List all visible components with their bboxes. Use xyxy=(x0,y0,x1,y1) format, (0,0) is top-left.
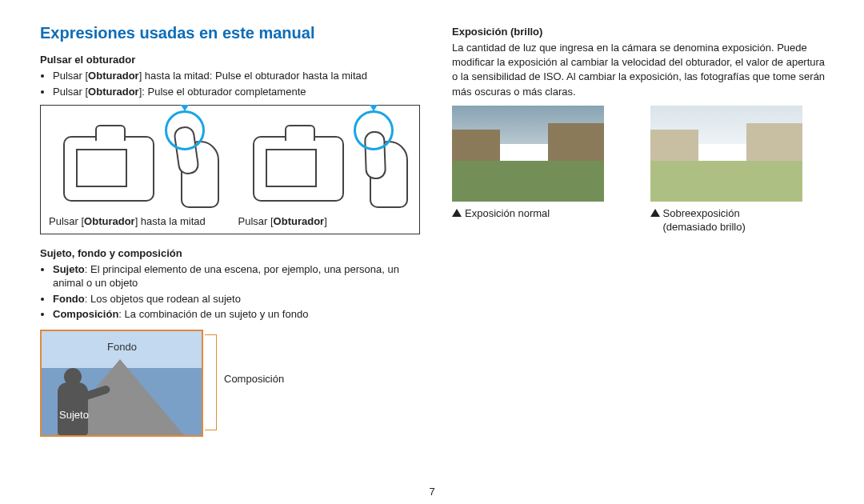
subheading-shutter: Pulsar el obturador xyxy=(40,54,420,66)
photo-river-icon xyxy=(650,161,802,201)
camera-screen-icon xyxy=(76,149,127,187)
triangle-up-icon xyxy=(452,209,462,217)
camera-body-icon xyxy=(253,136,344,202)
photo-normal-cell: Exposición normal xyxy=(452,106,634,234)
exposure-photo-row: Exposición normal Sobreexposición (demas… xyxy=(452,106,832,234)
page: Expresiones usadas en este manual Pulsar… xyxy=(0,0,864,453)
text: : El principal elemento de una escena, p… xyxy=(53,263,399,290)
text: ] hasta la mitad: Pulse el obturador has… xyxy=(139,70,367,82)
camera-caption: Pulsar [Obturador] hasta la mitad xyxy=(49,214,222,229)
bullet-item: Pulsar [Obturador]: Pulse el obturador c… xyxy=(53,85,420,99)
camera-viewfinder-icon xyxy=(285,125,315,141)
text: ] hasta la mitad xyxy=(135,215,206,227)
text: : Los objetos que rodean al sujeto xyxy=(85,293,241,305)
text-bold: Obturador xyxy=(274,215,325,227)
text-bold: Obturador xyxy=(88,86,139,98)
camera-full-press-illustration xyxy=(238,114,412,210)
bracket-icon xyxy=(205,334,217,430)
text: Pulsar [ xyxy=(53,86,88,98)
camera-half-press-cell: Pulsar [Obturador] hasta la mitad xyxy=(49,114,222,229)
text: Pulsar [ xyxy=(53,70,88,82)
camera-illustration-row: Pulsar [Obturador] hasta la mitad P xyxy=(40,105,420,234)
camera-viewfinder-icon xyxy=(95,125,126,141)
text: ] xyxy=(324,215,327,227)
composition-illustration: Fondo Sujeto Composición xyxy=(40,330,296,437)
arrow-down-icon xyxy=(181,105,189,111)
triangle-up-icon xyxy=(650,209,660,217)
photo-overexposed-cell: Sobreexposición (demasiado brillo) xyxy=(650,106,833,234)
camera-full-press-cell: Pulsar [Obturador] xyxy=(238,114,412,229)
press-highlight-icon xyxy=(354,110,394,150)
text: Pulsar [ xyxy=(49,215,84,227)
composition-bullets: Sujeto: El principal elemento de una esc… xyxy=(40,262,420,322)
text: ]: Pulse el obturador completamente xyxy=(139,86,306,98)
text-bold: Obturador xyxy=(84,215,135,227)
label-fondo: Fondo xyxy=(107,341,137,353)
photo-caption: Exposición normal xyxy=(452,206,634,221)
text-line: Sobreexposición xyxy=(663,207,740,219)
press-highlight-icon xyxy=(165,110,205,150)
camera-body-icon xyxy=(63,136,154,202)
text-bold: Composición xyxy=(53,308,118,320)
text: Pulsar [ xyxy=(238,215,274,227)
label-composicion: Composición xyxy=(224,373,284,385)
arrow-down-icon xyxy=(370,105,378,111)
bullet-item: Fondo: Los objetos que rodean al sujeto xyxy=(53,292,420,306)
text: : La combinación de un sujeto y un fondo xyxy=(118,308,308,320)
text-bold: Sujeto xyxy=(53,263,85,275)
photo-normal-exposure xyxy=(452,106,604,202)
photo-overexposed xyxy=(650,106,802,202)
subheading-exposure: Exposición (brillo) xyxy=(452,26,832,38)
section-title: Expresiones usadas en este manual xyxy=(40,24,420,42)
bullet-item: Sujeto: El principal elemento de una esc… xyxy=(53,262,420,290)
person-head-icon xyxy=(64,368,82,386)
text-line: (demasiado brillo) xyxy=(663,221,746,233)
left-column: Expresiones usadas en este manual Pulsar… xyxy=(40,24,420,437)
photo-caption: Sobreexposición (demasiado brillo) xyxy=(650,206,833,234)
person-silhouette-icon xyxy=(53,368,98,435)
bullet-item: Pulsar [Obturador] hasta la mitad: Pulse… xyxy=(53,69,420,83)
text: Sobreexposición (demasiado brillo) xyxy=(663,206,746,234)
text: Exposición normal xyxy=(465,206,550,221)
page-number: 7 xyxy=(429,486,434,498)
photo-river-icon xyxy=(452,161,604,201)
text-bold: Obturador xyxy=(88,70,139,82)
composition-frame: Fondo Sujeto xyxy=(40,330,203,437)
shutter-bullets: Pulsar [Obturador] hasta la mitad: Pulse… xyxy=(40,69,420,98)
bullet-item: Composición: La combinación de un sujeto… xyxy=(53,307,420,322)
camera-half-press-illustration xyxy=(49,114,222,210)
right-column: Exposición (brillo) La cantidad de luz q… xyxy=(452,24,832,437)
subheading-composition: Sujeto, fondo y composición xyxy=(40,247,420,259)
label-sujeto: Sujeto xyxy=(59,409,89,421)
camera-screen-icon xyxy=(266,149,317,187)
camera-caption: Pulsar [Obturador] xyxy=(238,214,412,229)
exposure-description: La cantidad de luz que ingresa en la cám… xyxy=(452,41,832,99)
text-bold: Fondo xyxy=(53,293,85,305)
